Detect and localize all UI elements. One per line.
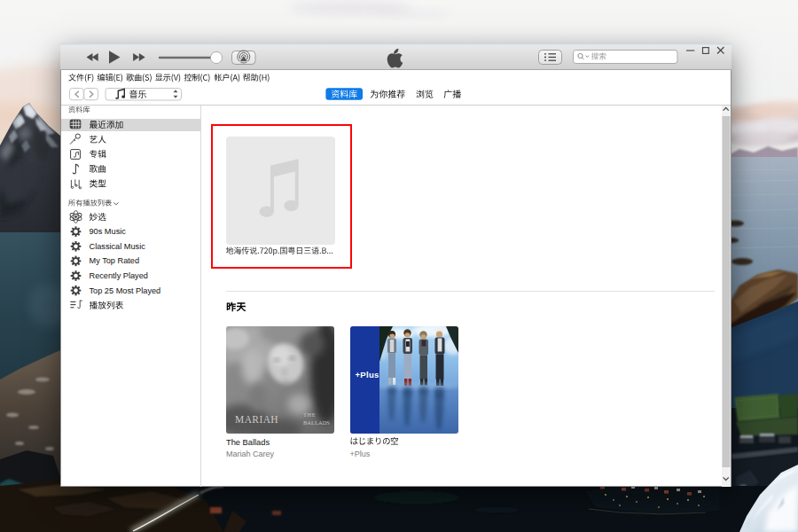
svg-text:+Plus: +Plus [355, 369, 379, 379]
svg-text:MARIAH: MARIAH [235, 414, 278, 425]
svg-text:BALLADS: BALLADS [303, 419, 330, 425]
svg-text:THE: THE [303, 411, 316, 418]
